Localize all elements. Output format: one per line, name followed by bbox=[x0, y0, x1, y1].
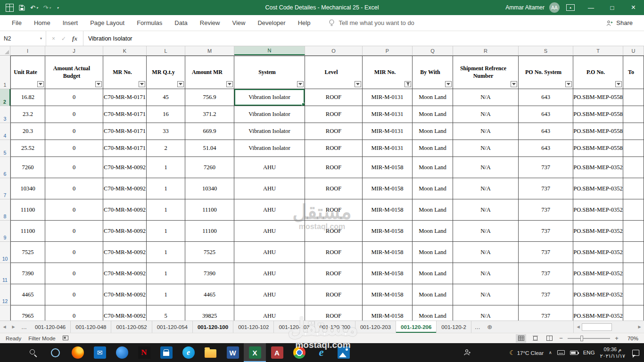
column-header-T[interactable]: T bbox=[573, 46, 623, 55]
cell-Q6[interactable]: Moon Land bbox=[413, 157, 453, 178]
cell-T10[interactable]: PO.SBM-MEP-0352 bbox=[573, 242, 623, 263]
ribbon-tab-insert[interactable]: Insert bbox=[57, 15, 84, 31]
zoom-slider[interactable] bbox=[568, 338, 610, 339]
weather-widget[interactable]: ☾17°C Clear bbox=[509, 349, 544, 356]
cell-L9[interactable]: 1 bbox=[147, 221, 185, 242]
ribbon-display-options-icon[interactable]: ▴ bbox=[566, 4, 575, 11]
cell-U6[interactable] bbox=[623, 157, 644, 178]
close-button[interactable]: × bbox=[623, 0, 644, 15]
action-center-icon[interactable] bbox=[632, 350, 639, 356]
header-cell-U[interactable]: To bbox=[623, 56, 644, 89]
page-layout-view-button[interactable] bbox=[530, 334, 540, 343]
header-cell-S[interactable]: PO No. System bbox=[519, 56, 573, 89]
cell-L3[interactable]: 16 bbox=[147, 106, 185, 123]
cell-P13[interactable]: MIR-M-0158 bbox=[363, 305, 413, 321]
outlook-icon[interactable]: ✉ bbox=[89, 343, 111, 362]
insert-function-icon[interactable]: fx bbox=[72, 35, 77, 42]
ribbon-tab-home[interactable]: Home bbox=[28, 15, 57, 31]
tell-me-box[interactable]: Tell me what you want to do bbox=[329, 19, 414, 27]
cell-Q4[interactable]: Moon Land bbox=[413, 123, 453, 140]
cell-Q11[interactable]: Moon Land bbox=[413, 263, 453, 284]
cell-P8[interactable]: MIR-M-0158 bbox=[363, 199, 413, 221]
cell-I11[interactable]: 7390 bbox=[10, 263, 45, 284]
row-header-8[interactable]: 8 bbox=[0, 199, 10, 221]
cell-J11[interactable]: 0 bbox=[45, 263, 103, 284]
excel-app-icon[interactable] bbox=[6, 4, 14, 12]
edge-icon[interactable]: e bbox=[177, 343, 199, 362]
cell-M12[interactable]: 4465 bbox=[185, 284, 234, 305]
cell-K13[interactable]: C70-MR-M-0092 bbox=[103, 305, 147, 321]
hscroll-right-icon[interactable]: ▶ bbox=[636, 325, 643, 329]
internet-explorer-icon[interactable]: e bbox=[310, 343, 332, 362]
sheet-tab-001-120-100[interactable]: 001-120-100 bbox=[193, 321, 233, 333]
cell-S5[interactable]: 643 bbox=[519, 140, 573, 157]
maximize-button[interactable]: □ bbox=[602, 0, 623, 15]
customize-qat-icon[interactable]: ▾ bbox=[56, 6, 59, 9]
cell-J7[interactable]: 0 bbox=[45, 178, 103, 199]
ribbon-tab-data[interactable]: Data bbox=[168, 15, 193, 31]
cell-I2[interactable]: 16.82 bbox=[10, 89, 45, 106]
cell-N7[interactable]: AHU bbox=[234, 178, 305, 199]
cell-T11[interactable]: PO.SBM-MEP-0352 bbox=[573, 263, 623, 284]
cell-P4[interactable]: MIR-M-0131 bbox=[363, 123, 413, 140]
cell-Q8[interactable]: Moon Land bbox=[413, 199, 453, 221]
cell-N10[interactable]: AHU bbox=[234, 242, 305, 263]
firefox-icon[interactable] bbox=[66, 343, 89, 362]
cell-M8[interactable]: 11100 bbox=[185, 199, 234, 221]
undo-button[interactable]: ↶▾ bbox=[30, 5, 38, 11]
cell-L2[interactable]: 45 bbox=[147, 89, 185, 106]
user-name[interactable]: Ammar Altamer bbox=[505, 4, 545, 11]
row-header-9[interactable]: 9 bbox=[0, 221, 10, 242]
header-cell-I[interactable]: Unit Rate bbox=[10, 56, 45, 89]
cell-T6[interactable]: PO.SBM-MEP-0352 bbox=[573, 157, 623, 178]
macro-record-icon[interactable] bbox=[63, 336, 68, 341]
cell-U9[interactable] bbox=[623, 221, 644, 242]
sheet-tab-001-120-102[interactable]: 001-120-102 bbox=[233, 321, 274, 333]
word-icon[interactable]: W bbox=[222, 343, 244, 362]
header-cell-M[interactable]: Amount MR bbox=[185, 56, 234, 89]
cell-J2[interactable]: 0 bbox=[45, 89, 103, 106]
cell-Q7[interactable]: Moon Land bbox=[413, 178, 453, 199]
ribbon-tab-formulas[interactable]: Formulas bbox=[131, 15, 168, 31]
netflix-icon[interactable]: N bbox=[133, 343, 155, 362]
cell-Q3[interactable]: Moon Land bbox=[413, 106, 453, 123]
cell-T9[interactable]: PO.SBM-MEP-0352 bbox=[573, 221, 623, 242]
excel-icon[interactable]: X bbox=[244, 343, 266, 362]
cell-R11[interactable]: N/A bbox=[453, 263, 519, 284]
cell-Q12[interactable]: Moon Land bbox=[413, 284, 453, 305]
cell-M6[interactable]: 7260 bbox=[185, 157, 234, 178]
filter-button-M[interactable] bbox=[226, 81, 233, 87]
share-button[interactable]: Share bbox=[606, 19, 638, 26]
cell-T4[interactable]: PO.SBM-MEP-0558 bbox=[573, 123, 623, 140]
cell-P2[interactable]: MIR-M-0131 bbox=[363, 89, 413, 106]
cell-S8[interactable]: 737 bbox=[519, 199, 573, 221]
cell-K8[interactable]: C70-MR-M-0092 bbox=[103, 199, 147, 221]
row-header-2[interactable]: 2 bbox=[0, 89, 10, 106]
cortana-button[interactable] bbox=[44, 343, 66, 362]
cell-T13[interactable]: PO.SBM-MEP-0352 bbox=[573, 305, 623, 321]
photos-icon[interactable] bbox=[332, 343, 355, 362]
cell-M5[interactable]: 51.04 bbox=[185, 140, 234, 157]
formula-input[interactable]: Vibration Isolator bbox=[83, 31, 644, 46]
row-header-4[interactable]: 4 bbox=[0, 123, 10, 140]
cell-K7[interactable]: C70-MR-M-0092 bbox=[103, 178, 147, 199]
cell-M11[interactable]: 7390 bbox=[185, 263, 234, 284]
cell-P7[interactable]: MIR-M-0158 bbox=[363, 178, 413, 199]
cell-T7[interactable]: PO.SBM-MEP-0352 bbox=[573, 178, 623, 199]
row-header-11[interactable]: 11 bbox=[0, 263, 10, 284]
cell-M3[interactable]: 371.2 bbox=[185, 106, 234, 123]
sheet-nav-left-icon[interactable]: ◀ bbox=[0, 321, 9, 333]
cell-U12[interactable] bbox=[623, 284, 644, 305]
cell-M10[interactable]: 7525 bbox=[185, 242, 234, 263]
cell-J6[interactable]: 0 bbox=[45, 157, 103, 178]
redo-button[interactable]: ↷▾ bbox=[43, 5, 50, 11]
cell-P12[interactable]: MIR-M-0158 bbox=[363, 284, 413, 305]
cell-N2[interactable]: Vibration Isolator bbox=[234, 89, 305, 106]
sheet-overflow-left[interactable]: … bbox=[18, 321, 30, 333]
ribbon-tab-developer[interactable]: Developer bbox=[251, 15, 291, 31]
cell-S3[interactable]: 643 bbox=[519, 106, 573, 123]
cell-R3[interactable]: N/A bbox=[453, 106, 519, 123]
cell-S10[interactable]: 737 bbox=[519, 242, 573, 263]
horizontal-scrollbar[interactable]: ◀ ▶ bbox=[573, 321, 644, 333]
cell-N12[interactable]: AHU bbox=[234, 284, 305, 305]
